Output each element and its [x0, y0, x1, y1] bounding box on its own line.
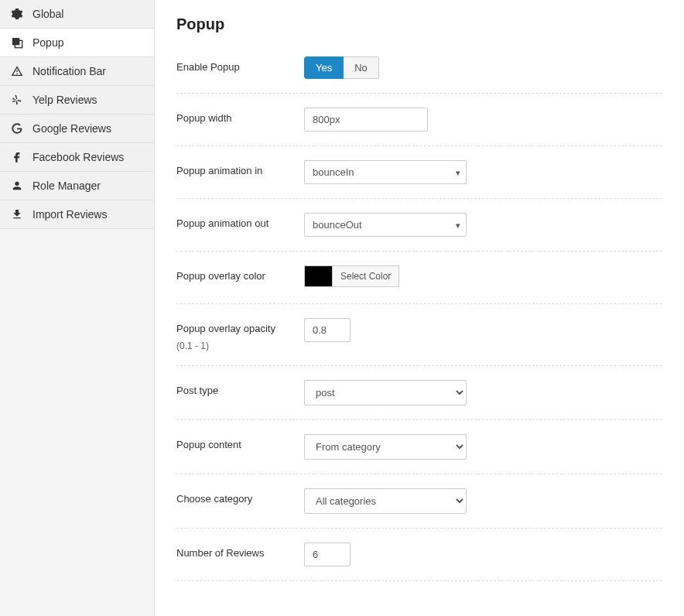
sidebar-item-yelp-reviews[interactable]: Yelp Reviews	[0, 86, 154, 115]
sidebar-item-label: Yelp Reviews	[32, 94, 97, 106]
sidebar-item-global[interactable]: Global	[0, 0, 154, 29]
sublabel-overlay-opacity: (0.1 - 1)	[176, 341, 304, 351]
google-icon	[11, 122, 28, 135]
animation-in-select-wrap: bounceIn	[304, 160, 467, 184]
toggle-no-button[interactable]: No	[344, 56, 379, 79]
row-popup-content: Popup content From category	[176, 420, 662, 474]
label-choose-category: Choose category	[176, 488, 304, 505]
sidebar-item-popup[interactable]: Popup	[0, 29, 154, 57]
sidebar-item-label: Popup	[32, 36, 63, 49]
sidebar-item-facebook-reviews[interactable]: Facebook Reviews	[0, 143, 154, 172]
sidebar-item-label: Role Manager	[32, 180, 101, 192]
sidebar: Global Popup Notification Bar Yelp Revie…	[0, 0, 155, 616]
label-number-reviews: Number of Reviews	[176, 542, 304, 559]
sidebar-item-google-reviews[interactable]: Google Reviews	[0, 115, 154, 143]
page-title: Popup	[176, 15, 662, 33]
sidebar-item-label: Global	[32, 8, 63, 20]
row-overlay-color: Popup overlay color Select Color	[176, 252, 662, 304]
popup-width-input[interactable]	[304, 108, 428, 132]
row-choose-category: Choose category All categories	[176, 474, 662, 529]
animation-out-select-wrap: bounceOut	[304, 213, 467, 237]
post-type-select-wrap: post	[304, 380, 467, 406]
row-animation-in: Popup animation in bounceIn	[176, 146, 662, 199]
label-popup-content: Popup content	[176, 434, 304, 450]
row-enable-popup: Enable Popup Yes No	[176, 52, 662, 94]
user-icon	[11, 180, 28, 192]
label-post-type: Post type	[176, 380, 304, 396]
popup-content-select-wrap: From category	[304, 434, 467, 460]
overlay-color-picker: Select Color	[304, 265, 399, 287]
toggle-enable-popup: Yes No	[304, 56, 379, 79]
label-overlay-color: Popup overlay color	[176, 265, 304, 282]
sidebar-item-label: Import Reviews	[32, 208, 107, 221]
label-popup-width: Popup width	[176, 108, 304, 124]
popup-content-select[interactable]: From category	[304, 434, 467, 460]
facebook-icon	[11, 151, 28, 163]
color-swatch[interactable]	[304, 265, 332, 287]
toggle-yes-button[interactable]: Yes	[304, 56, 344, 79]
choose-category-select-wrap: All categories	[304, 488, 467, 514]
sidebar-item-import-reviews[interactable]: Import Reviews	[0, 200, 154, 229]
warning-icon	[11, 65, 28, 77]
sidebar-item-role-manager[interactable]: Role Manager	[0, 172, 154, 200]
row-popup-width: Popup width	[176, 94, 662, 146]
post-type-select[interactable]: post	[304, 380, 467, 406]
row-number-reviews: Number of Reviews	[176, 529, 662, 581]
svg-rect-0	[12, 38, 19, 45]
overlay-icon	[11, 36, 28, 49]
label-animation-out: Popup animation out	[176, 213, 304, 229]
animation-in-select[interactable]: bounceIn	[304, 160, 467, 184]
sidebar-item-notification-bar[interactable]: Notification Bar	[0, 57, 154, 86]
sidebar-item-label: Google Reviews	[32, 122, 111, 135]
label-overlay-opacity: Popup overlay opacity (0.1 - 1)	[176, 318, 304, 351]
row-post-type: Post type post	[176, 366, 662, 420]
overlay-opacity-input[interactable]	[304, 318, 351, 342]
row-overlay-opacity: Popup overlay opacity (0.1 - 1)	[176, 304, 662, 366]
select-color-button[interactable]: Select Color	[332, 265, 399, 287]
yelp-icon	[11, 94, 28, 106]
sidebar-item-label: Facebook Reviews	[32, 151, 124, 163]
choose-category-select[interactable]: All categories	[304, 488, 467, 514]
label-animation-in: Popup animation in	[176, 160, 304, 176]
animation-out-select[interactable]: bounceOut	[304, 213, 467, 237]
sidebar-item-label: Notification Bar	[32, 65, 106, 77]
label-enable-popup: Enable Popup	[176, 56, 304, 73]
row-animation-out: Popup animation out bounceOut	[176, 199, 662, 252]
main-content: Popup Enable Popup Yes No Popup width Po…	[155, 0, 684, 616]
number-reviews-input[interactable]	[304, 542, 351, 566]
download-icon	[11, 208, 28, 221]
gears-icon	[11, 8, 28, 20]
